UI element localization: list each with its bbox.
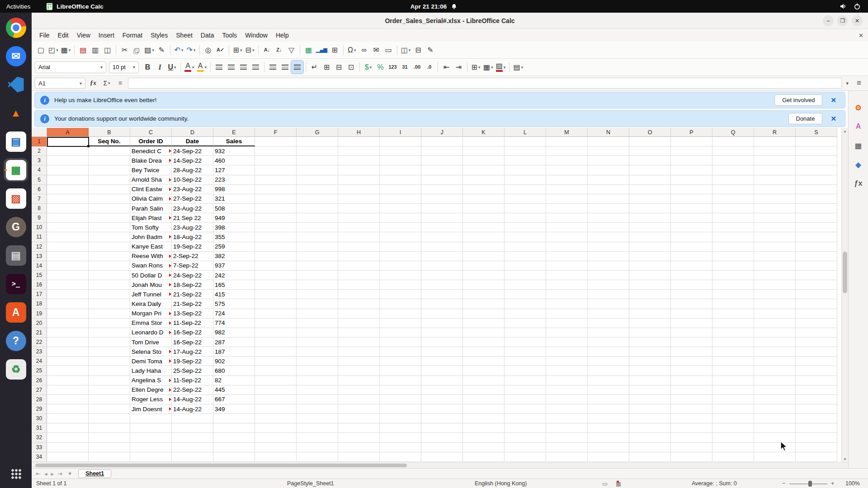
- cell-F34[interactable]: [255, 452, 297, 462]
- zoom-slider[interactable]: [789, 483, 827, 484]
- cell-H18[interactable]: [338, 299, 380, 309]
- cell-Q6[interactable]: [712, 185, 754, 194]
- horizontal-scrollbar[interactable]: [32, 462, 848, 468]
- cell-I27[interactable]: [380, 385, 421, 395]
- wrap-text-icon[interactable]: ↵: [308, 61, 321, 74]
- maximize-button[interactable]: ❐: [837, 15, 848, 26]
- cell-I4[interactable]: [380, 165, 421, 175]
- cell-N5[interactable]: [588, 175, 629, 185]
- cell-O22[interactable]: [629, 338, 671, 347]
- zoom-out-button[interactable]: −: [782, 480, 785, 487]
- cell-M18[interactable]: [546, 299, 588, 309]
- cell-L14[interactable]: [505, 261, 546, 271]
- cell-S26[interactable]: [796, 376, 837, 385]
- close-icon[interactable]: ✕: [827, 115, 840, 123]
- cell-O1[interactable]: [629, 137, 671, 146]
- cell-R25[interactable]: [754, 366, 796, 375]
- horizontal-scrollbar-thumb[interactable]: [35, 464, 407, 467]
- cell-M2[interactable]: [546, 146, 588, 156]
- cell-C33[interactable]: [130, 443, 172, 452]
- cell-F22[interactable]: [255, 338, 297, 347]
- cell-O32[interactable]: [629, 433, 671, 442]
- vertical-scrollbar[interactable]: ▴ ▾: [841, 128, 848, 462]
- cell-J33[interactable]: [421, 443, 463, 452]
- redo-icon[interactable]: ↷: [185, 43, 197, 56]
- cell-J25[interactable]: [421, 366, 463, 375]
- cell-L16[interactable]: [505, 280, 546, 290]
- menu-styles[interactable]: Styles: [146, 30, 172, 40]
- cell-E34[interactable]: [213, 452, 255, 462]
- cell-B32[interactable]: [89, 433, 130, 442]
- cell-J7[interactable]: [421, 194, 463, 204]
- freeze-rows-and-columns-icon[interactable]: ◫: [400, 43, 412, 56]
- cell-H17[interactable]: [338, 290, 380, 299]
- font-size-combobox[interactable]: 10 pt ▾: [109, 61, 139, 73]
- insert-image-icon[interactable]: ▦: [302, 43, 315, 56]
- dock-terminal[interactable]: >_: [4, 272, 28, 296]
- sheet-nav-first-icon[interactable]: ⇤: [34, 470, 42, 477]
- cell-K4[interactable]: [463, 165, 505, 175]
- cell-O33[interactable]: [629, 443, 671, 452]
- cell-P34[interactable]: [671, 452, 712, 462]
- cell-O18[interactable]: [629, 299, 671, 309]
- cell-N7[interactable]: [588, 194, 629, 204]
- add-sheet-button[interactable]: +: [66, 470, 74, 477]
- system-tray[interactable]: [840, 3, 868, 10]
- cell-G19[interactable]: [297, 309, 338, 319]
- cell-H20[interactable]: [338, 319, 380, 328]
- cell-P13[interactable]: [671, 252, 712, 261]
- cell-O31[interactable]: [629, 423, 671, 433]
- column-header-E[interactable]: E: [213, 128, 255, 137]
- cell-M34[interactable]: [546, 452, 588, 462]
- cell-R17[interactable]: [754, 290, 796, 299]
- cell-C23[interactable]: Selena Sto: [130, 347, 172, 357]
- cell-O20[interactable]: [629, 319, 671, 328]
- cell-S4[interactable]: [796, 165, 837, 175]
- cell-B11[interactable]: [89, 232, 130, 242]
- cell-N2[interactable]: [588, 146, 629, 156]
- cell-D1[interactable]: Date: [172, 137, 213, 146]
- row-header-22[interactable]: 22: [32, 338, 47, 347]
- cell-L34[interactable]: [505, 452, 546, 462]
- cell-K32[interactable]: [463, 433, 505, 442]
- cell-M33[interactable]: [546, 443, 588, 452]
- dock-vlc[interactable]: ▲: [4, 101, 28, 125]
- cell-S20[interactable]: [796, 319, 837, 328]
- cell-O16[interactable]: [629, 280, 671, 290]
- cell-J16[interactable]: [421, 280, 463, 290]
- cell-A2[interactable]: [47, 146, 89, 156]
- row-header-26[interactable]: 26: [32, 376, 47, 385]
- cell-Q26[interactable]: [712, 376, 754, 385]
- column-header-K[interactable]: K: [463, 128, 505, 137]
- cell-G22[interactable]: [297, 338, 338, 347]
- sheet-number-field[interactable]: Sheet 1 of 1: [36, 480, 66, 487]
- cell-J19[interactable]: [421, 309, 463, 319]
- cell-D7[interactable]: 27-Sep-22: [172, 194, 213, 204]
- dock-vscode[interactable]: [4, 73, 28, 96]
- print-preview-icon[interactable]: ◫: [101, 43, 113, 56]
- cell-H26[interactable]: [338, 376, 380, 385]
- cell-R22[interactable]: [754, 338, 796, 347]
- cell-S6[interactable]: [796, 185, 837, 194]
- cell-M30[interactable]: [546, 414, 588, 423]
- cell-R28[interactable]: [754, 395, 796, 404]
- cell-H32[interactable]: [338, 433, 380, 442]
- column-header-B[interactable]: B: [89, 128, 130, 137]
- cell-L30[interactable]: [505, 414, 546, 423]
- cell-L5[interactable]: [505, 175, 546, 185]
- cell-P6[interactable]: [671, 185, 712, 194]
- cell-N34[interactable]: [588, 452, 629, 462]
- page-style-field[interactable]: PageStyle_Sheet1: [287, 480, 334, 487]
- cell-F30[interactable]: [255, 414, 297, 423]
- cell-B9[interactable]: [89, 213, 130, 223]
- cell-O30[interactable]: [629, 414, 671, 423]
- cell-H25[interactable]: [338, 366, 380, 375]
- cell-A10[interactable]: [47, 223, 89, 232]
- cell-H27[interactable]: [338, 385, 380, 395]
- align-left-icon[interactable]: [213, 61, 225, 74]
- column-header-N[interactable]: N: [588, 128, 629, 137]
- row-header-14[interactable]: 14: [32, 261, 47, 271]
- cell-I10[interactable]: [380, 223, 421, 232]
- cell-H28[interactable]: [338, 395, 380, 404]
- cell-L9[interactable]: [505, 213, 546, 223]
